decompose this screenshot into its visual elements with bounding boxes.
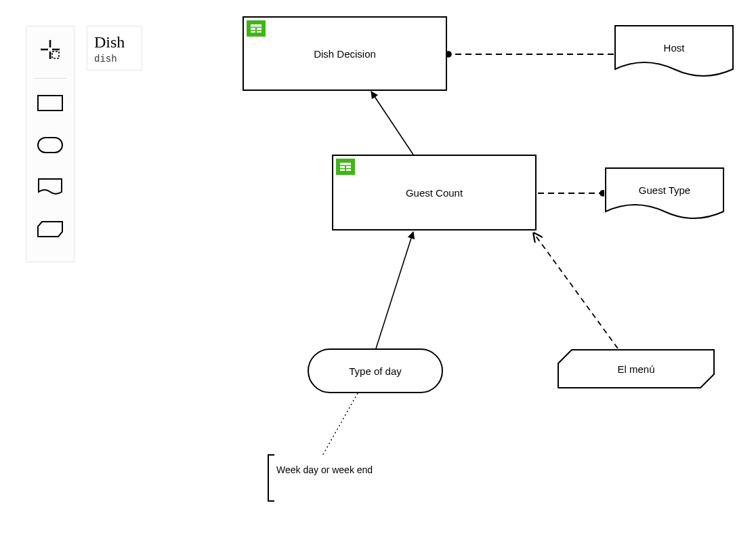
node-menu[interactable]: El menú	[557, 348, 715, 389]
svg-rect-12	[251, 31, 255, 33]
table-badge-icon	[336, 159, 355, 175]
node-host[interactable]: Host	[614, 24, 734, 81]
node-label: Guest Count	[406, 187, 463, 199]
node-label: Dish Decision	[314, 48, 376, 60]
node-label: El menú	[617, 363, 654, 375]
node-dish-decision[interactable]: Dish Decision	[243, 16, 447, 91]
svg-rect-16	[340, 166, 345, 168]
node-label: Guest Type	[639, 184, 690, 196]
svg-rect-15	[340, 163, 351, 165]
annotation-text[interactable]: Week day or week end	[276, 464, 385, 476]
annotation-label: Week day or week end	[276, 464, 373, 475]
annotation-bracket	[268, 454, 274, 502]
node-type-of-day[interactable]: Type of day	[308, 348, 443, 393]
svg-rect-18	[340, 169, 345, 172]
svg-rect-13	[257, 31, 261, 33]
edge-annotation-to-typeofday[interactable]	[322, 393, 358, 456]
node-label: Host	[664, 42, 685, 54]
edge-typeofday-to-guestcount[interactable]	[376, 232, 413, 348]
diagram-canvas[interactable]: Dish Decision Guest Count Host Guest Typ…	[0, 0, 756, 541]
node-guest-count[interactable]: Guest Count	[332, 155, 537, 231]
edge-menu-to-guestcount[interactable]	[534, 233, 618, 348]
node-label: Type of day	[349, 365, 402, 377]
node-guest-type[interactable]: Guest Type	[604, 167, 725, 224]
edge-guestcount-to-dishdecision[interactable]	[371, 92, 413, 155]
svg-rect-17	[346, 166, 351, 168]
svg-rect-19	[346, 169, 351, 172]
svg-rect-9	[251, 24, 261, 27]
svg-rect-11	[257, 28, 261, 30]
svg-rect-10	[251, 28, 255, 30]
table-badge-icon	[247, 20, 266, 37]
